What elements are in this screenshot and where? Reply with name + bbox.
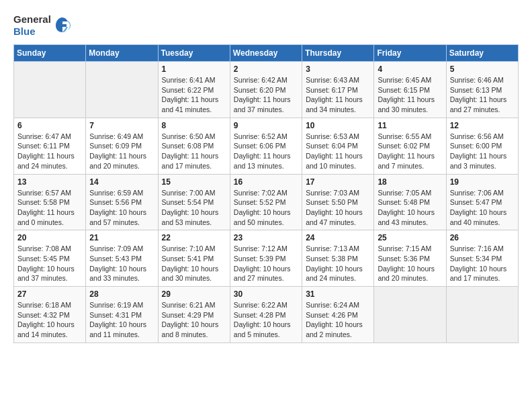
calendar-cell: 14Sunrise: 6:59 AM Sunset: 5:56 PM Dayli…	[86, 174, 158, 230]
day-info: Sunrise: 6:47 AM Sunset: 6:11 PM Dayligh…	[17, 132, 82, 171]
day-info: Sunrise: 7:08 AM Sunset: 5:45 PM Dayligh…	[17, 244, 82, 283]
week-row-3: 20Sunrise: 7:08 AM Sunset: 5:45 PM Dayli…	[14, 230, 519, 287]
day-info: Sunrise: 7:02 AM Sunset: 5:52 PM Dayligh…	[234, 188, 298, 228]
calendar-cell	[86, 62, 158, 118]
day-info: Sunrise: 7:16 AM Sunset: 5:34 PM Dayligh…	[450, 244, 515, 283]
week-row-0: 1Sunrise: 6:41 AM Sunset: 6:22 PM Daylig…	[14, 62, 519, 118]
day-info: Sunrise: 7:15 AM Sunset: 5:36 PM Dayligh…	[378, 244, 442, 283]
day-info: Sunrise: 7:13 AM Sunset: 5:38 PM Dayligh…	[306, 244, 370, 283]
day-info: Sunrise: 6:50 AM Sunset: 6:08 PM Dayligh…	[162, 132, 226, 171]
day-number: 12	[450, 121, 515, 130]
day-info: Sunrise: 6:45 AM Sunset: 6:15 PM Dayligh…	[378, 75, 442, 115]
day-number: 21	[89, 233, 154, 242]
day-number: 27	[17, 289, 82, 299]
day-header-sunday: Sunday	[14, 45, 86, 62]
calendar-cell: 19Sunrise: 7:06 AM Sunset: 5:47 PM Dayli…	[446, 174, 518, 230]
day-number: 6	[17, 121, 82, 130]
day-info: Sunrise: 7:09 AM Sunset: 5:43 PM Dayligh…	[89, 244, 154, 283]
calendar-cell: 1Sunrise: 6:41 AM Sunset: 6:22 PM Daylig…	[158, 62, 230, 118]
day-number: 11	[378, 121, 442, 130]
day-number: 15	[162, 177, 226, 187]
calendar-cell	[374, 287, 446, 343]
day-info: Sunrise: 6:19 AM Sunset: 4:31 PM Dayligh…	[89, 300, 154, 340]
day-number: 8	[162, 121, 226, 130]
day-number: 20	[17, 233, 82, 242]
day-info: Sunrise: 6:24 AM Sunset: 4:26 PM Dayligh…	[306, 300, 370, 340]
calendar-cell: 16Sunrise: 7:02 AM Sunset: 5:52 PM Dayli…	[230, 174, 302, 230]
day-number: 26	[450, 233, 515, 242]
day-info: Sunrise: 6:52 AM Sunset: 6:06 PM Dayligh…	[234, 132, 298, 171]
week-row-2: 13Sunrise: 6:57 AM Sunset: 5:58 PM Dayli…	[14, 174, 519, 230]
day-number: 24	[306, 233, 370, 242]
calendar-cell: 25Sunrise: 7:15 AM Sunset: 5:36 PM Dayli…	[374, 230, 446, 287]
day-header-tuesday: Tuesday	[158, 45, 230, 62]
calendar-cell: 31Sunrise: 6:24 AM Sunset: 4:26 PM Dayli…	[302, 287, 374, 343]
day-header-wednesday: Wednesday	[230, 45, 302, 62]
logo: General Blue	[13, 13, 72, 38]
day-number: 4	[378, 64, 442, 74]
calendar-cell: 7Sunrise: 6:49 AM Sunset: 6:09 PM Daylig…	[86, 118, 158, 174]
calendar-cell: 26Sunrise: 7:16 AM Sunset: 5:34 PM Dayli…	[446, 230, 518, 287]
calendar-cell: 22Sunrise: 7:10 AM Sunset: 5:41 PM Dayli…	[158, 230, 230, 287]
day-number: 7	[89, 121, 154, 130]
day-number: 14	[89, 177, 154, 187]
calendar-cell: 9Sunrise: 6:52 AM Sunset: 6:06 PM Daylig…	[230, 118, 302, 174]
day-header-saturday: Saturday	[446, 45, 518, 62]
calendar-cell: 23Sunrise: 7:12 AM Sunset: 5:39 PM Dayli…	[230, 230, 302, 287]
day-info: Sunrise: 6:56 AM Sunset: 6:00 PM Dayligh…	[450, 132, 515, 171]
day-info: Sunrise: 7:03 AM Sunset: 5:50 PM Dayligh…	[306, 188, 370, 228]
calendar-cell: 27Sunrise: 6:18 AM Sunset: 4:32 PM Dayli…	[14, 287, 86, 343]
calendar-cell: 29Sunrise: 6:21 AM Sunset: 4:29 PM Dayli…	[158, 287, 230, 343]
calendar-cell: 10Sunrise: 6:53 AM Sunset: 6:04 PM Dayli…	[302, 118, 374, 174]
day-info: Sunrise: 6:53 AM Sunset: 6:04 PM Dayligh…	[306, 132, 370, 171]
day-header-friday: Friday	[374, 45, 446, 62]
calendar-cell: 18Sunrise: 7:05 AM Sunset: 5:48 PM Dayli…	[374, 174, 446, 230]
day-number: 28	[89, 289, 154, 299]
day-number: 16	[234, 177, 298, 187]
logo-icon	[53, 16, 72, 35]
calendar-table: SundayMondayTuesdayWednesdayThursdayFrid…	[13, 44, 519, 343]
calendar-cell: 24Sunrise: 7:13 AM Sunset: 5:38 PM Dayli…	[302, 230, 374, 287]
day-header-thursday: Thursday	[302, 45, 374, 62]
day-number: 22	[162, 233, 226, 242]
day-number: 3	[306, 64, 370, 74]
day-info: Sunrise: 6:41 AM Sunset: 6:22 PM Dayligh…	[162, 75, 226, 115]
day-number: 25	[378, 233, 442, 242]
day-number: 9	[234, 121, 298, 130]
page-header: General Blue	[13, 13, 519, 38]
calendar-cell: 2Sunrise: 6:42 AM Sunset: 6:20 PM Daylig…	[230, 62, 302, 118]
day-number: 29	[162, 289, 226, 299]
calendar-cell: 28Sunrise: 6:19 AM Sunset: 4:31 PM Dayli…	[86, 287, 158, 343]
day-number: 1	[162, 64, 226, 74]
day-info: Sunrise: 7:12 AM Sunset: 5:39 PM Dayligh…	[234, 244, 298, 283]
calendar-cell: 8Sunrise: 6:50 AM Sunset: 6:08 PM Daylig…	[158, 118, 230, 174]
day-number: 10	[306, 121, 370, 130]
week-row-1: 6Sunrise: 6:47 AM Sunset: 6:11 PM Daylig…	[14, 118, 519, 174]
day-number: 17	[306, 177, 370, 187]
day-header-monday: Monday	[86, 45, 158, 62]
day-info: Sunrise: 6:46 AM Sunset: 6:13 PM Dayligh…	[450, 75, 515, 115]
day-info: Sunrise: 7:10 AM Sunset: 5:41 PM Dayligh…	[162, 244, 226, 283]
calendar-cell: 11Sunrise: 6:55 AM Sunset: 6:02 PM Dayli…	[374, 118, 446, 174]
calendar-cell: 13Sunrise: 6:57 AM Sunset: 5:58 PM Dayli…	[14, 174, 86, 230]
calendar-cell: 6Sunrise: 6:47 AM Sunset: 6:11 PM Daylig…	[14, 118, 86, 174]
day-info: Sunrise: 6:43 AM Sunset: 6:17 PM Dayligh…	[306, 75, 370, 115]
day-info: Sunrise: 6:22 AM Sunset: 4:28 PM Dayligh…	[234, 300, 298, 340]
calendar-cell	[14, 62, 86, 118]
day-number: 31	[306, 289, 370, 299]
calendar-cell: 17Sunrise: 7:03 AM Sunset: 5:50 PM Dayli…	[302, 174, 374, 230]
day-number: 2	[234, 64, 298, 74]
logo-wordmark: General Blue	[13, 13, 72, 38]
calendar-cell: 4Sunrise: 6:45 AM Sunset: 6:15 PM Daylig…	[374, 62, 446, 118]
day-info: Sunrise: 6:42 AM Sunset: 6:20 PM Dayligh…	[234, 75, 298, 115]
day-info: Sunrise: 7:06 AM Sunset: 5:47 PM Dayligh…	[450, 188, 515, 228]
day-info: Sunrise: 6:49 AM Sunset: 6:09 PM Dayligh…	[89, 132, 154, 171]
day-number: 30	[234, 289, 298, 299]
logo-blue: Blue	[13, 26, 36, 37]
day-number: 19	[450, 177, 515, 187]
day-number: 18	[378, 177, 442, 187]
day-info: Sunrise: 7:05 AM Sunset: 5:48 PM Dayligh…	[378, 188, 442, 228]
calendar-header-row: SundayMondayTuesdayWednesdayThursdayFrid…	[14, 45, 519, 62]
day-number: 23	[234, 233, 298, 242]
calendar-cell: 3Sunrise: 6:43 AM Sunset: 6:17 PM Daylig…	[302, 62, 374, 118]
